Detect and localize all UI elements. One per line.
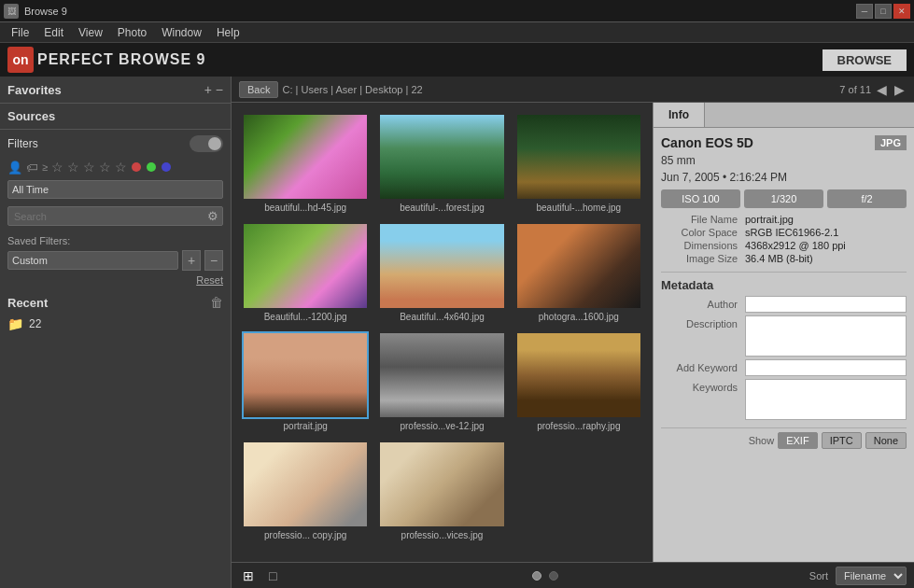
star-4[interactable]: ☆ (99, 160, 111, 175)
menu-edit[interactable]: Edit (36, 24, 71, 41)
photo-item[interactable]: beautiful-...home.jpg (513, 110, 645, 216)
show-row: Show EXIF IPTC None (661, 427, 907, 449)
photo-thumbnail (380, 115, 503, 199)
favorites-add-button[interactable]: + (204, 82, 212, 97)
photo-grid: beautiful...hd-45.jpgbeautiful-...forest… (232, 103, 653, 562)
photo-item[interactable]: Beautiful...-1200.jpg (239, 219, 372, 325)
sources-section: Sources (0, 104, 231, 130)
show-exif-button[interactable]: EXIF (778, 432, 817, 449)
photo-thumbnail (380, 224, 503, 308)
back-button[interactable]: Back (239, 81, 278, 98)
maximize-button[interactable]: □ (875, 4, 892, 19)
menu-photo[interactable]: Photo (110, 24, 154, 41)
add-keyword-input[interactable] (745, 359, 907, 376)
photo-label: beautiful-...forest.jpg (400, 203, 485, 213)
photo-thumb-wrap (515, 113, 642, 201)
colorspace-value: sRGB IEC61966-2.1 (745, 227, 838, 238)
title-bar: 🖼 Browse 9 ─ □ ✕ (0, 0, 914, 22)
favorites-menu-button[interactable]: − (216, 82, 223, 97)
photo-count: 7 of 11 (839, 84, 871, 95)
photo-thumbnail (244, 115, 367, 199)
keywords-input[interactable] (745, 379, 907, 420)
recent-item[interactable]: 📁 22 (0, 314, 231, 334)
photo-label: beautiful...hd-45.jpg (264, 203, 346, 213)
photo-thumb-wrap (242, 222, 369, 310)
sort-select[interactable]: Filename (836, 567, 907, 585)
star-3[interactable]: ☆ (83, 160, 95, 175)
folder-icon: 📁 (7, 316, 23, 331)
menu-help[interactable]: Help (209, 24, 247, 41)
color-filter-blue[interactable] (162, 162, 171, 172)
photo-thumb-wrap (378, 113, 505, 201)
star-1[interactable]: ☆ (51, 160, 63, 175)
nav-prev-button[interactable]: ◀ (875, 82, 889, 97)
saved-filters-select[interactable]: Custom (7, 251, 178, 270)
photo-label: Beautiful...-1200.jpg (264, 312, 347, 322)
photo-item[interactable]: beautiful...hd-45.jpg (239, 110, 372, 216)
metadata-header: Metadata (661, 272, 907, 292)
description-input[interactable] (745, 315, 907, 357)
menu-view[interactable]: View (71, 24, 110, 41)
saved-filters-remove-button[interactable]: − (204, 250, 223, 271)
filters-toggle[interactable] (190, 135, 223, 152)
close-button[interactable]: ✕ (893, 4, 910, 19)
menu-file[interactable]: File (4, 24, 36, 41)
recent-clear-button[interactable]: 🗑 (210, 295, 223, 310)
photo-item[interactable]: portrait.jpg (239, 329, 372, 434)
photo-thumbnail (244, 224, 367, 308)
time-filter-select[interactable]: All Time (7, 180, 223, 199)
show-none-button[interactable]: None (865, 432, 907, 449)
breadcrumb-path: C: | Users | Aser | Desktop | 22 (282, 84, 422, 95)
metadata-form: Author Description Add Keyword Keyw (661, 296, 907, 420)
photo-item[interactable]: professio...vices.jpg (375, 438, 508, 543)
photo-item[interactable]: Beautiful...4x640.jpg (375, 219, 508, 325)
photo-thumb-wrap (515, 331, 642, 419)
filter-gte-icon[interactable]: ≥ (42, 161, 48, 173)
menu-window[interactable]: Window (154, 24, 209, 41)
color-filter-green[interactable] (147, 162, 156, 172)
photo-item[interactable]: professio... copy.jpg (239, 438, 372, 543)
photo-label: professio...ve-12.jpg (400, 421, 484, 431)
format-badge: JPG (875, 135, 907, 150)
reset-link[interactable]: Reset (0, 273, 231, 287)
author-label: Author (661, 296, 745, 310)
show-iptc-button[interactable]: IPTC (822, 432, 862, 449)
photo-item[interactable]: beautiful-...forest.jpg (375, 110, 508, 216)
bottom-toolbar: ⊞ □ Sort Filename (232, 562, 914, 588)
star-5[interactable]: ☆ (115, 160, 127, 175)
saved-filters-add-button[interactable]: + (182, 250, 201, 271)
filter-person-icon[interactable]: 👤 (7, 161, 22, 175)
photo-thumb-wrap (378, 331, 505, 419)
search-button[interactable]: ⚙ (204, 207, 222, 225)
browse-button[interactable]: BROWSE (823, 49, 907, 71)
content-body: beautiful...hd-45.jpgbeautiful-...forest… (232, 103, 914, 562)
colorspace-label: Color Space (661, 227, 745, 238)
single-view-button[interactable]: □ (265, 567, 280, 585)
filters-section: Filters (0, 130, 231, 158)
exposure-row: ISO 100 1/320 f/2 (661, 189, 907, 208)
star-2[interactable]: ☆ (67, 160, 79, 175)
file-meta-table: File Name portrait.jpg Color Space sRGB … (661, 214, 907, 264)
color-filter-red[interactable] (132, 162, 141, 172)
photo-thumb-wrap (515, 222, 642, 310)
search-input[interactable] (8, 208, 204, 225)
show-label: Show (749, 435, 775, 446)
grid-view-button[interactable]: ⊞ (239, 567, 258, 585)
nav-next-button[interactable]: ▶ (893, 82, 907, 97)
photo-item[interactable]: photogra...1600.jpg (513, 219, 645, 325)
photo-label: portrait.jpg (284, 421, 328, 431)
view-dot-indicator (532, 571, 541, 581)
author-input[interactable] (745, 296, 907, 313)
photo-item[interactable]: professio...raphy.jpg (513, 329, 645, 434)
filter-tag-icon[interactable]: 🏷 (26, 161, 38, 175)
filename-label: File Name (661, 214, 745, 225)
description-label: Description (661, 315, 745, 329)
view-dot-indicator-2 (549, 571, 558, 581)
photo-thumb-wrap (242, 113, 369, 201)
minimize-button[interactable]: ─ (856, 4, 873, 19)
photo-item[interactable]: professio...ve-12.jpg (375, 329, 508, 434)
app-header: on PERFECT BROWSE 9 BROWSE (0, 43, 914, 77)
main-layout: Favorites + − Sources Filters 👤 🏷 ≥ ☆ ☆ … (0, 77, 914, 588)
add-keyword-label: Add Keyword (661, 359, 745, 373)
tab-info[interactable]: Info (654, 103, 705, 127)
